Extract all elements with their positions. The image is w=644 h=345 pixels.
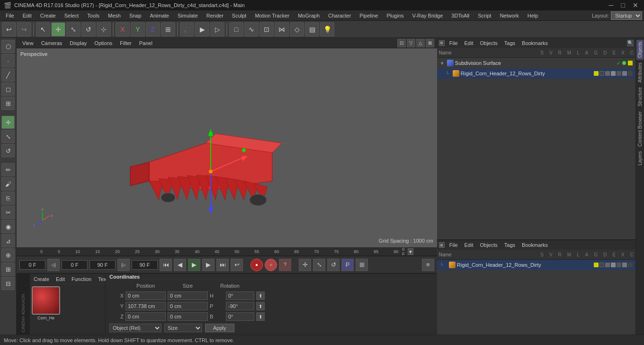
end-frame-input[interactable] [89,260,116,270]
select-tool-button[interactable]: ↖ [36,22,50,36]
prev-key-btn[interactable]: ◁| [47,259,60,271]
expand-arrow[interactable]: ▼ [440,61,446,66]
h-rot-spinner[interactable]: ⬆ [256,291,265,300]
close-button[interactable]: ✕ [631,1,640,9]
vtab-content-browser[interactable]: Content Browser [636,109,644,148]
table-row[interactable]: ▼ Subdivision Surface ✓ [437,58,635,68]
effector-button[interactable]: ◇ [290,22,304,36]
vtab-layers[interactable]: Layers [636,149,644,167]
play-btn[interactable]: ▶ [188,259,200,271]
redo-button[interactable]: ↪ [17,22,31,36]
menu-animate[interactable]: Animate [146,12,173,19]
undo-button[interactable]: ↩ [2,22,16,36]
x-position-input[interactable] [125,291,166,300]
next-frame-btn[interactable]: ▶ [202,259,215,271]
p-rotation-input[interactable] [226,302,254,310]
spline-button[interactable]: ∿ [244,22,259,36]
layout-select[interactable]: Startup [611,11,642,20]
y-position-input[interactable] [125,302,166,310]
axis-x-button[interactable]: X [116,22,130,36]
next-key-btn[interactable]: |▷ [117,259,130,271]
vtab-objects[interactable]: Objects [636,40,644,60]
transform-tool-button[interactable]: ⊹ [97,22,111,36]
pivot-btn[interactable]: P [341,259,354,271]
vp-filter-menu[interactable]: Filter [117,39,134,47]
nurbs-button[interactable]: ⊡ [259,22,274,36]
apply-button[interactable]: Apply [205,324,234,332]
mat-create-menu[interactable]: Create [32,276,51,282]
viewport[interactable]: .gridline { stroke: #666; stroke-width: … [17,48,437,247]
object-mode-button[interactable]: ⬡ [1,40,15,53]
ruler-expand-btn[interactable]: ▼ [408,248,413,255]
vtab-attributes[interactable]: Attributes [636,61,644,84]
vp-panel-menu[interactable]: Panel [136,39,155,47]
menu-render[interactable]: Render [203,12,227,19]
camera-button[interactable]: ▤ [305,22,319,36]
obj-search-btn[interactable]: 🔍 [627,40,634,46]
menu-motiontracker[interactable]: Motion Tracker [251,12,293,19]
menu-create[interactable]: Create [36,12,60,19]
p-rot-spinner[interactable]: ⬆ [256,302,265,310]
menu-vray[interactable]: V-Ray Bridge [409,12,447,19]
mat-function-menu[interactable]: Function [70,276,93,282]
menu-network[interactable]: Network [496,12,522,19]
edge-mode-button[interactable]: ╱ [1,68,15,82]
vp-display-menu[interactable]: Display [67,39,89,47]
menu-select[interactable]: Select [61,12,83,19]
deformer-button[interactable]: ⋈ [275,22,289,36]
attr-objects-menu[interactable]: Objects [478,242,500,248]
viewport-corner-btn2[interactable]: ▽ [407,39,415,47]
size-mode-select[interactable]: Size Scale [164,324,202,332]
brush-button[interactable]: ✏ [1,163,15,176]
menu-character[interactable]: Character [324,12,355,19]
magnet-button[interactable]: ◉ [1,220,15,233]
menu-sculpt[interactable]: Sculpt [228,12,250,19]
light-button[interactable]: 💡 [320,22,334,36]
vtab-structure[interactable]: Structure [636,85,644,109]
h-rotation-input[interactable] [226,291,254,300]
obj-tags-menu[interactable]: Tags [502,40,517,46]
menu-plugins[interactable]: Plugins [383,12,407,19]
obj-bookmarks-menu[interactable]: Bookmarks [520,40,550,46]
vp-options-menu[interactable]: Options [91,39,115,47]
vp-cameras-menu[interactable]: Cameras [38,39,65,47]
polygon-mode-button[interactable]: ◻ [1,82,15,96]
render-anim-button[interactable]: ▶ [195,22,209,36]
rotate-button[interactable]: ↺ [1,144,15,157]
menu-tools[interactable]: Tools [83,12,103,19]
grid-button[interactable]: ⊞ [1,263,15,276]
snap-button[interactable]: ⊕ [1,248,15,262]
preview-end-input[interactable] [132,260,158,270]
record-pos-btn[interactable]: ○ [265,259,277,271]
autokey-btn[interactable]: ? [279,259,291,271]
x-size-input[interactable] [168,291,208,300]
attr-file-menu[interactable]: File [447,242,460,248]
z-size-input[interactable] [168,312,208,321]
maximize-button[interactable]: □ [619,1,627,9]
scale-keys-btn[interactable]: ⤡ [313,259,325,271]
attr-bookmarks-menu[interactable]: Bookmarks [520,242,550,248]
menu-edit[interactable]: Edit [19,12,36,19]
timeline-expand-btn[interactable]: ≡ [422,259,434,271]
viewport-corner-btn1[interactable]: ⊡ [397,39,406,47]
coord-mode-select[interactable]: Object (Rel) Object (Abs) World [109,324,161,332]
start-frame-input[interactable] [62,260,88,270]
obj-objects-menu[interactable]: Objects [478,40,500,46]
viewport-fullscreen-btn[interactable]: ⊠ [426,39,434,47]
clone-button[interactable]: ⎘ [1,191,15,205]
move-tool-button[interactable]: ✛ [51,22,65,36]
render-mp-button[interactable]: ▷ [210,22,224,36]
uvw-mode-button[interactable]: ⊞ [1,97,15,110]
menu-file[interactable]: File [2,12,18,19]
minimize-button[interactable]: ─ [607,1,616,9]
menu-help[interactable]: Help [524,12,542,19]
attr-edit-menu[interactable]: Edit [463,242,475,248]
menu-simulate[interactable]: Simulate [174,12,202,19]
scale-button[interactable]: ⤡ [1,130,15,143]
mat-edit-menu[interactable]: Edit [54,276,67,282]
move-button[interactable]: ✛ [1,116,15,129]
material-ball[interactable]: Corn_He [32,286,60,320]
menu-mograph[interactable]: MoGraph [294,12,323,19]
obj-file-menu[interactable]: File [447,40,460,46]
attr-tags-menu[interactable]: Tags [502,242,517,248]
